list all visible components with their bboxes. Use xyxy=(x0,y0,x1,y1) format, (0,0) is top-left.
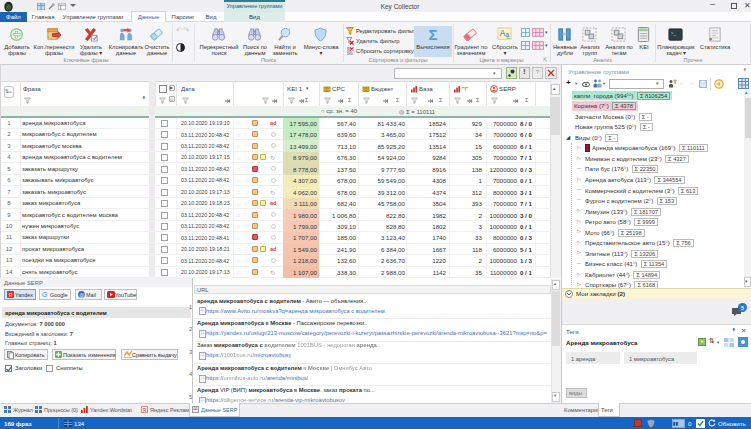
svg-text:@: @ xyxy=(79,291,84,297)
svg-text:G: G xyxy=(42,291,47,298)
svg-text:>_: >_ xyxy=(671,31,677,36)
svg-text:Я: Я xyxy=(9,291,13,297)
svg-text:Я: Я xyxy=(143,407,147,413)
